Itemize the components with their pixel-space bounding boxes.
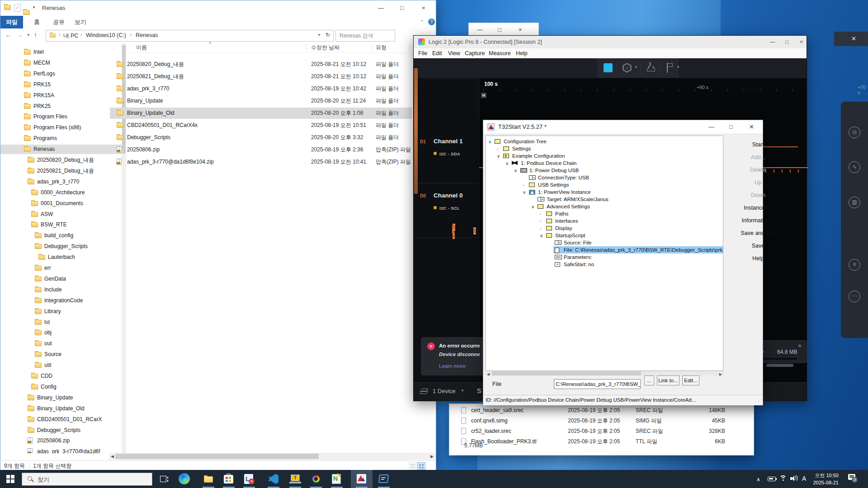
tray-expand-icon[interactable]: ∧	[756, 476, 760, 483]
channel0-analyzer-tag[interactable]: I2C - SCL	[439, 206, 460, 211]
ribbon-collapse-icon[interactable]: ⌃	[420, 19, 424, 24]
back-icon[interactable]: ←	[5, 31, 11, 38]
close-icon[interactable]: ×	[800, 39, 803, 45]
battery-icon[interactable]	[768, 477, 776, 481]
delete-button[interactable]: Delete	[724, 165, 793, 174]
menu-measure[interactable]: Measure	[489, 48, 511, 58]
sidebar-item-PRK15[interactable]: PRK15	[0, 80, 122, 89]
minimize-icon[interactable]: —	[477, 27, 483, 33]
start-button[interactable]	[6, 475, 14, 483]
sidebar-item-build_config[interactable]: build_config	[0, 231, 122, 240]
taskbar-app-microsoft-store-icon[interactable]	[223, 473, 235, 485]
sidebar-item-Config[interactable]: Config	[0, 382, 122, 392]
refresh-icon[interactable]: ↻	[326, 32, 330, 38]
help-button[interactable]: Help	[724, 254, 793, 263]
file-row-Debugger_Scripts[interactable]: Debugger_Scripts2025-08-20 오후 3:32파일 폴더	[109, 131, 413, 144]
save-button[interactable]: Save	[724, 241, 793, 250]
t32-titlebar[interactable]: T32Start V2.5.27 * — □ ✕	[483, 120, 763, 134]
sidebar-item-PRK15A[interactable]: PRK15A	[0, 91, 122, 100]
chart-icon[interactable]: ▥	[849, 197, 860, 208]
sidebar-item-obj[interactable]: obj	[0, 328, 122, 338]
tree-node[interactable]: ›Paths	[486, 210, 723, 217]
channel0-name[interactable]: Channel 0	[434, 192, 463, 199]
crumb-renesas[interactable]: Renesas	[136, 32, 158, 38]
close-icon[interactable]: ✕	[798, 343, 802, 348]
file-row-20250821_Debug_내용[interactable]: 20250821_Debug_내용2025-08-21 오전 10:12파일 폴…	[109, 70, 413, 83]
details-view-icon[interactable]	[409, 462, 417, 470]
tree-node[interactable]: ▼Source: File	[486, 239, 723, 246]
tree-node[interactable]: ∨StartupScript	[486, 232, 723, 239]
channel1-name[interactable]: Channel 1	[434, 138, 463, 145]
taskbar-search-box[interactable]: 찾기	[22, 473, 152, 486]
sidebar-item-Renesas[interactable]: Renesas	[0, 145, 122, 154]
channel1-analyzer-tag[interactable]: I2C - SDA	[439, 151, 460, 156]
maximize-icon[interactable]: □	[400, 5, 404, 11]
cursor-ibeam-marker[interactable]	[473, 227, 476, 235]
sidebar-item-Program Files[interactable]: Program Files	[0, 112, 122, 122]
expanded-icon[interactable]: ∨	[488, 138, 491, 145]
sidebar-item-util[interactable]: util	[0, 361, 122, 370]
device-count[interactable]: 1 Device	[433, 388, 456, 394]
start-button[interactable]: Start	[724, 140, 793, 149]
tab-home[interactable]: 홈	[28, 16, 45, 28]
tree-node[interactable]: ∨USB1: Power Debug USB	[486, 167, 723, 174]
tree-node[interactable]: ›USB Settings	[486, 181, 723, 188]
taskbar-app-trace32-icon[interactable]	[356, 473, 368, 485]
address-bar[interactable]: › 내 PC › Windows10 (C:) › Renesas ▼ ↻	[46, 30, 334, 42]
tree-node[interactable]: ∨1: Podbus Device Chain	[486, 160, 723, 167]
expanded-icon[interactable]: ∨	[531, 203, 534, 211]
device-dropdown-icon[interactable]: ▼	[461, 389, 464, 393]
horizontal-scrollbar[interactable]: ◀ ▶	[109, 453, 435, 460]
minimize-icon[interactable]: —	[770, 39, 775, 45]
sidebar-item-Programs[interactable]: Programs	[0, 134, 122, 143]
taskbar-app-vscode-icon[interactable]	[268, 473, 279, 485]
expanded-icon[interactable]: ∨	[514, 167, 517, 174]
taskbar-app-notepadpp-icon[interactable]: N	[331, 473, 343, 485]
maximize-icon[interactable]: □	[729, 124, 733, 130]
sidebar-item-0000_Architecture[interactable]: 0000_Architecture	[0, 188, 122, 197]
explorer-titlebar[interactable]: ✓ ▼ Renesas — □ ×	[0, 0, 436, 16]
tree-node[interactable]: ∨Configuration Tree	[486, 138, 723, 145]
maximize-icon[interactable]: □	[785, 39, 788, 45]
task-view-icon[interactable]	[159, 474, 169, 484]
sidebar-item-Library[interactable]: Library	[0, 307, 122, 316]
column-header-type[interactable]: 유형	[376, 44, 387, 52]
taskbar-app-file-explorer-icon[interactable]	[203, 473, 214, 485]
sidebar-item-Debugger_Scripts[interactable]: Debugger_Scripts	[0, 426, 122, 435]
tree-node[interactable]: ×SafeStart: no	[486, 261, 723, 268]
tree-node[interactable]: File: C:\Renesas\adas_prk_3_r770\BSW_RTE…	[486, 246, 723, 253]
maximize-icon[interactable]: □	[498, 27, 501, 33]
instances----button[interactable]: Instances...	[724, 203, 793, 212]
tree-node[interactable]: ∨1: PowerView Instance	[486, 188, 723, 196]
sidebar-item-Include[interactable]: Include	[0, 285, 122, 295]
pulse-icon[interactable]: ∿	[849, 161, 860, 173]
search-input[interactable]: Renesas 검색	[335, 30, 395, 42]
tree-node[interactable]: ›Settings	[486, 145, 723, 152]
tab-share[interactable]: 공유	[47, 16, 70, 28]
tree-node[interactable]: ▼ConnectionType: USB	[486, 174, 723, 181]
close-icon[interactable]: ✕	[851, 35, 856, 42]
tree-node[interactable]: ∨Example Configuration	[486, 152, 723, 160]
up-button[interactable]: Up	[724, 178, 793, 187]
sidebar-item-adas_prk_3-r770@da1d6f[interactable]: adas_prk_3-r770@da1d6f	[0, 447, 122, 453]
close-icon[interactable]: ×	[519, 27, 522, 33]
large-icons-view-icon[interactable]	[417, 462, 425, 470]
timing-markers-icon[interactable]: 3	[646, 62, 656, 74]
address-dropdown-icon[interactable]: ▼	[317, 33, 321, 37]
tray-clock[interactable]: 오전 10:50 2025-08-21	[811, 472, 839, 485]
information----button[interactable]: Information...	[724, 216, 793, 225]
column-header-date[interactable]: 수정한 날짜	[311, 44, 340, 52]
logic-titlebar[interactable]: Logic 2 [Logic Pro 8 - Connected] [Sessi…	[414, 36, 807, 49]
sidebar-item-CDD[interactable]: CDD	[0, 371, 122, 381]
file-row-adas_prk_3-r770@da1d6f8e104.zip[interactable]: adas_prk_3-r770@da1d6f8e104.zip2025-08-1…	[109, 156, 413, 168]
crumb-drive-c[interactable]: Windows10 (C:)	[86, 32, 126, 38]
sidebar-item-20250806.zip[interactable]: 20250806.zip	[0, 436, 122, 446]
wifi-icon[interactable]	[779, 475, 787, 481]
clipped-button-text[interactable]: S	[477, 387, 481, 394]
collapsed-icon[interactable]: ›	[540, 211, 541, 218]
sidebar-item-0001_Documents[interactable]: 0001_Documents	[0, 199, 122, 208]
browse-button[interactable]: ...	[644, 375, 654, 385]
sidebar-item-CBD2400501_D01_RCarX[interactable]: CBD2400501_D01_RCarX	[0, 415, 122, 424]
ime-indicator[interactable]: A	[802, 475, 806, 482]
tree-node[interactable]: ABCParameters:	[486, 253, 723, 261]
